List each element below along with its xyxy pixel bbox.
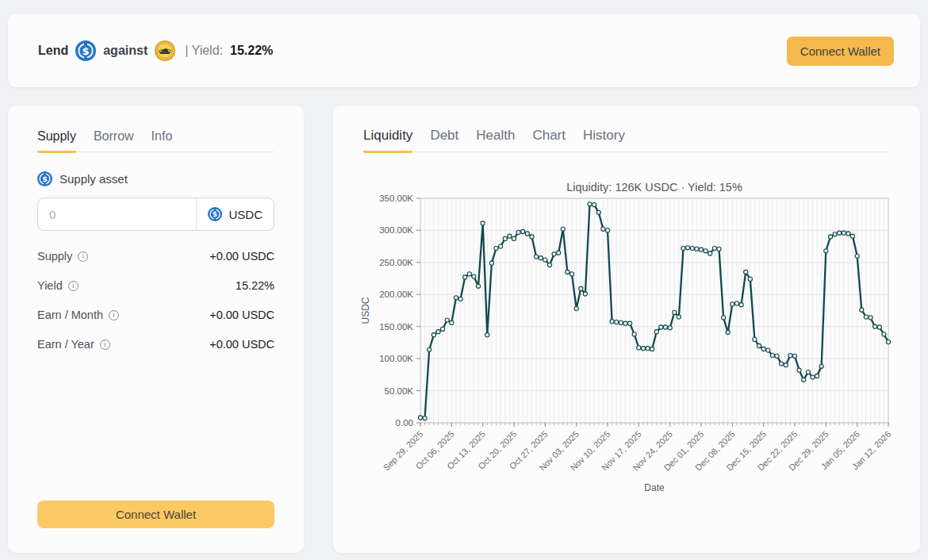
tab-supply[interactable]: Supply (37, 129, 76, 153)
tab-debt[interactable]: Debt (430, 128, 458, 153)
connect-wallet-button-panel[interactable]: Connect Wallet (37, 501, 274, 528)
svg-text:50.00K: 50.00K (385, 386, 414, 396)
supply-panel-tabs: Supply Borrow Info (37, 129, 274, 152)
svg-text:0.00: 0.00 (396, 418, 413, 428)
info-icon[interactable]: i (109, 310, 119, 320)
stat-supply-label: Supply (37, 250, 72, 263)
tab-history[interactable]: History (583, 128, 625, 153)
against-label: against (103, 44, 148, 58)
yield-value: 15.22% (230, 44, 273, 58)
stat-earn-month-value: +0.00 USDC (209, 309, 274, 321)
usdc-icon (37, 171, 52, 186)
amount-input-group: USDC (37, 198, 274, 231)
gold-coin-boat-icon (155, 40, 175, 61)
tab-health[interactable]: Health (476, 128, 515, 153)
asset-selector-label: USDC (228, 208, 263, 221)
tab-borrow[interactable]: Borrow (94, 129, 134, 153)
svg-text:Liquidity: 126K USDC · Yield:: Liquidity: 126K USDC · Yield: 15% (566, 181, 742, 194)
supply-asset-label: Supply asset (59, 172, 128, 186)
svg-text:250.00K: 250.00K (379, 258, 413, 267)
svg-text:100.00K: 100.00K (379, 354, 413, 363)
tab-chart[interactable]: Chart (532, 128, 566, 153)
supply-asset-row: Supply asset (37, 171, 274, 186)
lend-label: Lend (38, 44, 68, 58)
liquidity-chart[interactable]: 0.0050.00K100.00K150.00K200.00K250.00K30… (353, 178, 908, 512)
stat-earn-month-label: Earn / Month (37, 309, 103, 321)
market-summary: Lend against | Yield: 15.22% (38, 40, 273, 61)
yield-label: | Yield: (185, 44, 223, 58)
stat-supply-value: +0.00 USDC (209, 250, 274, 263)
info-icon[interactable]: i (68, 281, 79, 291)
usdc-icon (208, 207, 222, 221)
chart-panel: Liquidity Debt Health Chart History 0.00… (333, 105, 920, 553)
svg-text:350.00K: 350.00K (379, 194, 413, 203)
stat-row-supply: Supply i +0.00 USDC (37, 250, 274, 263)
svg-text:200.00K: 200.00K (379, 290, 413, 299)
svg-text:USDC: USDC (360, 297, 371, 324)
info-icon[interactable]: i (100, 339, 110, 350)
asset-selector[interactable]: USDC (196, 198, 274, 230)
stat-row-yield: Yield i 15.22% (37, 279, 274, 292)
svg-text:Date: Date (644, 482, 665, 493)
info-icon[interactable]: i (78, 251, 88, 262)
stat-yield-label: Yield (37, 279, 63, 292)
usdc-icon (75, 40, 96, 61)
header-bar: Lend against | Yield: 15.22% Connect Wal… (8, 14, 920, 87)
stat-earn-year-label: Earn / Year (37, 338, 94, 351)
stat-row-earn-year: Earn / Year i +0.00 USDC (37, 338, 274, 351)
chart-panel-tabs: Liquidity Debt Health Chart History (363, 128, 890, 152)
tab-info[interactable]: Info (151, 129, 173, 153)
supply-panel: Supply Borrow Info Supply asset USDC Sup… (8, 105, 304, 553)
supply-stats: Supply i +0.00 USDC Yield i 15.22% Earn … (37, 250, 274, 351)
tab-liquidity[interactable]: Liquidity (363, 128, 412, 153)
stat-row-earn-month: Earn / Month i +0.00 USDC (37, 309, 274, 321)
stat-earn-year-value: +0.00 USDC (209, 338, 274, 351)
liquidity-chart-svg: 0.0050.00K100.00K150.00K200.00K250.00K30… (353, 178, 908, 512)
connect-wallet-button[interactable]: Connect Wallet (787, 36, 894, 66)
svg-text:300.00K: 300.00K (379, 225, 413, 235)
stat-yield-value: 15.22% (236, 279, 274, 292)
amount-input[interactable] (38, 198, 196, 230)
svg-text:150.00K: 150.00K (379, 322, 413, 332)
